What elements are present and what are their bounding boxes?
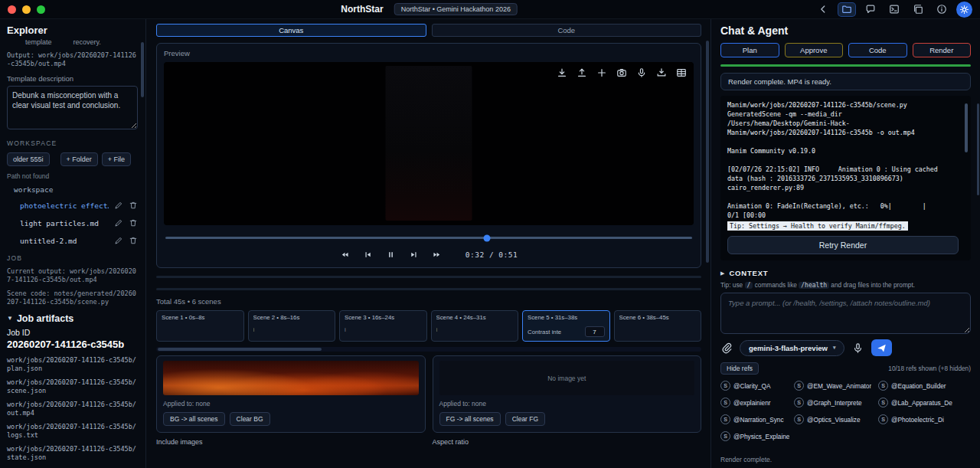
- hide-refs-button[interactable]: Hide refs: [720, 362, 759, 375]
- attach-button[interactable]: [720, 342, 732, 354]
- older-chip[interactable]: older 555i: [7, 152, 50, 166]
- chat-toggle-button[interactable]: [861, 2, 880, 17]
- delete-file-button[interactable]: [129, 201, 138, 210]
- artifact-item[interactable]: work/jobs/20260207-141126-c3545b/state.j…: [7, 445, 138, 463]
- ref-chip[interactable]: S@Optics_Visualize: [794, 414, 875, 424]
- scene-card-3[interactable]: Scene 3 • 16s–24s i: [339, 310, 427, 342]
- job-artifacts-header[interactable]: ▼ Job artifacts: [7, 313, 138, 324]
- minimize-window-button[interactable]: [22, 5, 31, 14]
- context-section-header[interactable]: ▶ CONTEXT: [720, 269, 971, 277]
- timeline-scrubber[interactable]: [165, 234, 692, 241]
- workspace-tree-root[interactable]: workspace: [7, 185, 138, 194]
- zoom-window-button[interactable]: [37, 5, 45, 14]
- video-preview[interactable]: [164, 62, 694, 225]
- file-name[interactable]: untitled-2.md: [20, 237, 109, 245]
- pipeline-plan-button[interactable]: Plan: [720, 43, 779, 57]
- new-file-button[interactable]: + File: [102, 152, 131, 166]
- ref-chip[interactable]: S@explainienr: [720, 398, 791, 407]
- workspace-file-row[interactable]: untitled-2.md: [7, 232, 138, 250]
- skip-start-button[interactable]: [340, 250, 350, 260]
- scene-card-4[interactable]: Scene 4 • 24s–31s i: [431, 310, 519, 342]
- ref-chip[interactable]: S@Narration_Sync: [720, 414, 791, 424]
- artifact-item[interactable]: work/jobs/20260207-141126-c3545b/scene.j…: [7, 378, 138, 396]
- artifact-item[interactable]: work/jobs/20260207-141126-c3545b/out.mp4: [7, 401, 138, 418]
- explorer-scrollbar[interactable]: [141, 42, 144, 97]
- pipeline-approve-button[interactable]: Approve: [785, 43, 844, 57]
- back-button[interactable]: [814, 2, 832, 17]
- render-log-terminal[interactable]: Manim/work/jobs/20260207-141126-c3545b/s…: [720, 96, 971, 260]
- chat-scrollbar[interactable]: [977, 103, 979, 195]
- step-forward-button[interactable]: [409, 250, 419, 260]
- canvas-scrollbar[interactable]: [706, 41, 709, 263]
- info-button[interactable]: [933, 2, 951, 17]
- save-frame-button[interactable]: [656, 67, 667, 78]
- new-folder-button[interactable]: + Folder: [60, 152, 98, 166]
- record-audio-button[interactable]: [636, 67, 647, 78]
- add-button[interactable]: [596, 67, 607, 78]
- layout-grid-button[interactable]: [676, 67, 687, 78]
- settings-button[interactable]: [956, 2, 972, 18]
- retry-render-button[interactable]: Retry Render: [727, 236, 959, 254]
- layers-button[interactable]: [909, 2, 927, 17]
- terminal-button[interactable]: [885, 2, 903, 17]
- prompt-input[interactable]: [720, 293, 971, 334]
- pause-button[interactable]: [386, 250, 396, 260]
- paperclip-icon: [720, 342, 732, 354]
- edit-file-button[interactable]: [114, 218, 123, 227]
- skip-end-button[interactable]: [432, 250, 442, 260]
- send-button[interactable]: [871, 339, 892, 356]
- delete-file-button[interactable]: [129, 218, 138, 227]
- ref-chip[interactable]: S@Equation_Builder: [878, 381, 971, 391]
- workspace-file-row[interactable]: light particles.md: [7, 214, 138, 232]
- terminal-scrollbar[interactable]: [965, 103, 968, 152]
- bg-apply-all-button[interactable]: BG -> all scenes: [163, 412, 225, 426]
- artifact-item[interactable]: work/jobs/20260207-141126-c3545b/logs.tx…: [7, 423, 138, 440]
- pipeline-render-button[interactable]: Render: [913, 43, 972, 57]
- edit-file-button[interactable]: [114, 201, 123, 210]
- ref-chip[interactable]: S@Photoelectric_Di: [878, 414, 971, 424]
- panel-resize-handle[interactable]: [156, 276, 701, 278]
- artifact-item[interactable]: work/jobs/20260207-141126-c3545b/plan.js…: [7, 356, 138, 374]
- close-window-button[interactable]: [8, 5, 16, 14]
- download-video-button[interactable]: [557, 67, 567, 78]
- edit-file-button[interactable]: [114, 236, 123, 245]
- panel-resize-handle[interactable]: [156, 288, 701, 290]
- template-description-input[interactable]: Debunk a misconception with a clear visu…: [7, 86, 138, 129]
- foreground-thumbnail-empty[interactable]: No image yet: [439, 361, 695, 395]
- tab-canvas[interactable]: Canvas: [156, 24, 426, 37]
- file-name[interactable]: photoelectric effect…: [20, 201, 109, 210]
- voice-input-button[interactable]: [852, 342, 864, 354]
- job-artifacts-title: Job artifacts: [17, 313, 74, 324]
- scrubber-track[interactable]: [165, 237, 692, 239]
- tab-code[interactable]: Code: [432, 24, 702, 37]
- ref-chip[interactable]: S@Clarity_QA: [720, 381, 791, 391]
- pipeline-code-button[interactable]: Code: [848, 43, 907, 57]
- background-thumbnail[interactable]: [163, 361, 419, 395]
- model-selector[interactable]: gemini-3-flash-preview ▾: [740, 340, 844, 356]
- contrast-input[interactable]: 7: [585, 326, 605, 337]
- ref-chip[interactable]: S@Lab_Apparatus_De: [878, 398, 971, 407]
- gear-icon: [959, 5, 969, 15]
- ref-chip[interactable]: S@EM_Wave_Animator: [794, 381, 875, 391]
- files-button[interactable]: [838, 2, 856, 17]
- scene-card-5-selected[interactable]: Scene 5 • 31s–38s Contrast inte 7: [522, 310, 610, 342]
- fg-apply-all-button[interactable]: FG -> all scenes: [439, 412, 501, 426]
- scene-strip-scrollbar[interactable]: [156, 347, 701, 352]
- file-name[interactable]: light particles.md: [20, 219, 109, 227]
- ref-label: @EM_Wave_Animator: [807, 382, 871, 390]
- scene-card-2[interactable]: Scene 2 • 8s–16s i: [248, 310, 336, 342]
- ref-chip[interactable]: S@Physics_Explaine: [720, 431, 791, 441]
- share-button[interactable]: [577, 67, 587, 78]
- workspace-file-row[interactable]: photoelectric effect…: [7, 197, 138, 214]
- fg-clear-button[interactable]: Clear FG: [505, 412, 545, 426]
- ref-chip[interactable]: S@Graph_Interprete: [794, 398, 875, 407]
- scene-card-1[interactable]: Scene 1 • 0s–8s: [156, 310, 244, 342]
- delete-file-button[interactable]: [129, 236, 138, 245]
- playhead-handle[interactable]: [483, 234, 490, 241]
- scene-title: Scene 4 • 24s–31s: [436, 314, 514, 321]
- scrollbar-thumb[interactable]: [158, 348, 322, 351]
- bg-clear-button[interactable]: Clear BG: [230, 412, 270, 426]
- snapshot-button[interactable]: [616, 67, 627, 78]
- scene-card-6[interactable]: Scene 6 • 38s–45s: [614, 310, 702, 342]
- step-back-button[interactable]: [363, 250, 373, 260]
